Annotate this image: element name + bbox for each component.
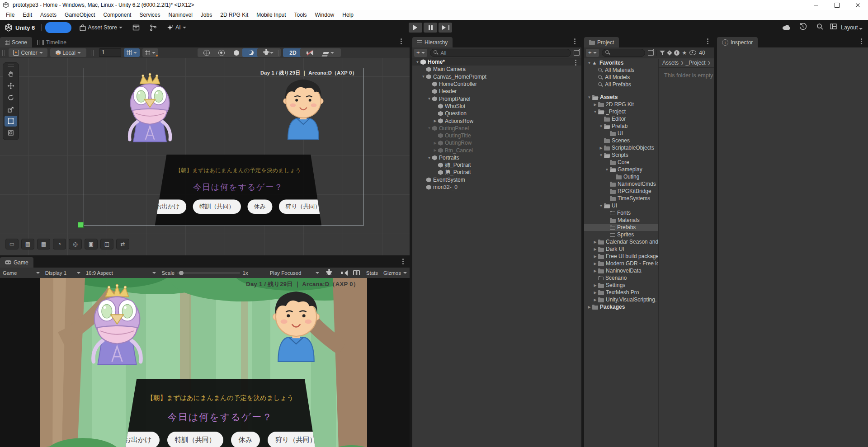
panel-menu-icon[interactable] [401, 41, 402, 42]
expand-arrow[interactable]: ▼ [426, 156, 432, 160]
transform-tool[interactable] [5, 127, 17, 138]
hierarchy-row[interactable]: ▶ ActionsRow [412, 117, 581, 124]
project-row[interactable]: ▼ Assets [584, 94, 658, 101]
search-icon[interactable] [816, 23, 823, 30]
expand-arrow[interactable]: ▼ [415, 60, 420, 64]
action-button[interactable]: 休み [231, 432, 260, 447]
rect-tool[interactable] [5, 116, 17, 127]
drag-handle[interactable] [278, 50, 281, 56]
project-row[interactable]: All Prefabs [584, 81, 658, 88]
scale-tool[interactable] [5, 104, 17, 115]
target-icon[interactable]: ◎ [69, 239, 82, 249]
breadcrumb-project[interactable]: _Project [686, 60, 706, 66]
project-row[interactable]: Scenario [584, 274, 658, 282]
menu-item[interactable]: File [2, 10, 19, 20]
hierarchy-row[interactable]: EventSystem [412, 176, 581, 184]
hierarchy-row[interactable]: ▶ Btn_Cancel [412, 147, 581, 154]
expand-arrow[interactable]: ▶ [432, 148, 438, 152]
hierarchy-row[interactable]: 弟_Portrait [412, 169, 581, 176]
split-view-icon[interactable]: ◫ [100, 239, 113, 249]
close-button[interactable] [847, 0, 868, 10]
grid-size-field[interactable]: 1 [99, 48, 121, 57]
layout-button[interactable]: Layout [841, 24, 858, 31]
expand-arrow[interactable]: ▼ [598, 153, 604, 157]
hierarchy-row[interactable]: ▼ Canvas_HomePrompt [412, 73, 581, 80]
minimize-button[interactable] [806, 0, 826, 10]
hierarchy-row[interactable]: ▶ OutingRow [412, 139, 581, 146]
project-row[interactable]: Core [584, 159, 658, 166]
hierarchy-row[interactable]: HomeController [412, 80, 581, 88]
project-row[interactable]: Sprites [584, 231, 658, 238]
project-search-input[interactable] [602, 49, 645, 57]
hierarchy-row[interactable]: ▼ Portraits [412, 154, 581, 161]
expand-arrow[interactable]: ▶ [598, 146, 604, 150]
project-row[interactable]: ▼ Prefab [584, 122, 658, 130]
project-row[interactable]: ▼ _Project [584, 108, 658, 115]
drag-handle[interactable] [2, 50, 5, 56]
menu-item[interactable]: 2D RPG Kit [216, 10, 252, 20]
expand-arrow[interactable]: ▶ [592, 247, 598, 251]
hierarchy-row[interactable]: ▼ Home* [412, 58, 581, 66]
version-control-branch-icon[interactable] [150, 24, 157, 31]
scale-slider[interactable] [177, 273, 240, 273]
scene-row-menu-icon[interactable] [575, 62, 576, 63]
expand-arrow[interactable]: ▶ [586, 305, 592, 309]
expand-arrow[interactable]: ▼ [586, 61, 592, 65]
project-row[interactable]: ▶ TextMesh Pro [584, 289, 658, 296]
project-row[interactable]: All Models [584, 74, 658, 81]
device-simulator-icon[interactable] [353, 270, 360, 275]
hierarchy-row[interactable]: 姉_Portrait [412, 161, 581, 169]
project-row[interactable]: TimeSystems [584, 195, 658, 202]
menu-item[interactable]: Mobile Input [252, 10, 290, 20]
tab-game[interactable]: Game [0, 257, 33, 268]
debug-draw-button[interactable] [257, 48, 281, 57]
view-hand-tool[interactable] [5, 69, 17, 80]
ai-button[interactable]: AI [175, 24, 181, 31]
menu-item[interactable]: GameObject [61, 10, 99, 20]
panel-menu-icon[interactable] [707, 41, 708, 42]
hierarchy-search-input[interactable]: All [430, 49, 571, 57]
aspect-dropdown[interactable]: 16:9 Aspect [83, 268, 159, 277]
project-row[interactable]: ▼ UI [584, 202, 658, 209]
game-viewport[interactable]: Day 1 / 残り29日 ｜ Arcana:D（AXP 0） 【朝】まずはあに… [0, 278, 410, 447]
project-row[interactable]: ▼ Gameplay [584, 166, 658, 173]
expand-arrow[interactable]: ▶ [592, 269, 598, 273]
scale-slider-knob[interactable] [179, 271, 184, 275]
rotate-tool[interactable] [5, 92, 17, 103]
search-window-icon[interactable] [574, 50, 580, 56]
project-row[interactable]: ▶ ScriptableObjects [584, 144, 658, 151]
hierarchy-row[interactable]: mori32-_0 [412, 184, 581, 191]
expand-arrow[interactable]: ▶ [592, 103, 598, 107]
square-dot-icon[interactable]: ▣ [85, 239, 98, 249]
menu-item[interactable]: Component [99, 10, 135, 20]
cloud-icon[interactable] [782, 24, 791, 30]
filter-by-label-icon[interactable] [667, 50, 672, 55]
orientation-dropdown[interactable]: Local [50, 48, 86, 57]
tab-hierarchy[interactable]: Hierarchy [412, 37, 453, 47]
expand-arrow[interactable]: ▼ [598, 124, 604, 128]
project-row[interactable]: Outing [584, 173, 658, 180]
tab-inspector[interactable]: Inspector [717, 37, 758, 47]
hierarchy-row[interactable]: ▼ PromptPanel [412, 95, 581, 102]
stats-button[interactable]: Stats [363, 268, 381, 277]
expand-arrow[interactable]: ▼ [420, 75, 426, 79]
project-row[interactable]: ▶ Dark UI [584, 245, 658, 253]
expand-arrow[interactable]: ▶ [592, 240, 598, 244]
game-target-dropdown[interactable]: Game [0, 268, 42, 277]
hierarchy-row[interactable]: OutingTitle [412, 132, 581, 139]
display-dropdown[interactable]: Display 1 [42, 268, 83, 277]
expand-arrow[interactable]: ▶ [592, 283, 598, 287]
project-row[interactable]: UI [584, 130, 658, 137]
project-row[interactable]: Editor [584, 115, 658, 122]
hierarchy-row[interactable]: Main Camera [412, 66, 581, 73]
grid-snap-button[interactable] [124, 48, 140, 57]
visibility-eye-icon[interactable] [689, 50, 696, 55]
project-row[interactable]: ▼ Favorites [584, 59, 658, 66]
tab-timeline[interactable]: Timeline [32, 37, 71, 47]
expand-arrow[interactable]: ▼ [586, 95, 592, 99]
project-row[interactable]: ▶ Packages [584, 303, 658, 311]
tab-project[interactable]: Project [584, 37, 619, 47]
expand-arrow[interactable]: ▼ [604, 168, 610, 172]
project-row[interactable]: ▶ Free UI build package [584, 253, 658, 260]
expand-arrow[interactable]: ▼ [592, 110, 598, 114]
